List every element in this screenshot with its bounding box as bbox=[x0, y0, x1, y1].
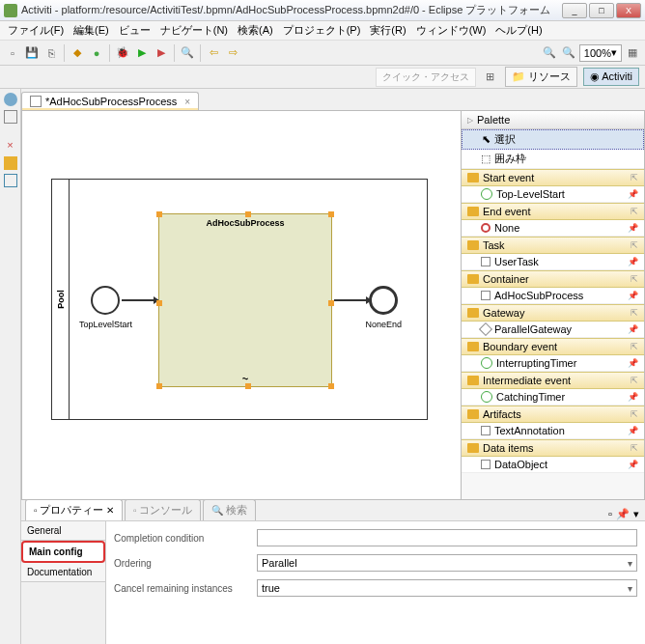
maximize-button[interactable]: □ bbox=[589, 3, 614, 18]
view-menu-icon[interactable]: ▫ bbox=[608, 508, 612, 520]
ordering-label: Ordering bbox=[114, 558, 249, 569]
run-icon[interactable]: ▶ bbox=[133, 44, 151, 62]
cancel-combo[interactable]: true bbox=[257, 579, 637, 597]
save-all-icon[interactable]: ⎘ bbox=[42, 44, 60, 62]
nav-back-icon[interactable]: ⇦ bbox=[205, 44, 222, 62]
palette-cat-gateway[interactable]: Gateway⇱ bbox=[462, 304, 644, 322]
palette-item[interactable]: AdHocSubProcess📌 bbox=[462, 288, 644, 304]
menu-file[interactable]: ファイル(F) bbox=[4, 21, 68, 40]
adhoc-subprocess[interactable]: AdHocSubProcess ~ bbox=[158, 213, 332, 387]
menu-edit[interactable]: 編集(E) bbox=[70, 21, 113, 40]
resize-handle[interactable] bbox=[328, 211, 334, 217]
grid-icon[interactable]: ▦ bbox=[624, 44, 641, 62]
window-title: Activiti - platform:/resource/ActivitiTe… bbox=[21, 3, 562, 17]
palette-cat-boundary[interactable]: Boundary event⇱ bbox=[462, 338, 644, 355]
resize-handle[interactable] bbox=[328, 383, 334, 389]
tab-console[interactable]: ▫ コンソール bbox=[125, 499, 201, 520]
zoom-combo[interactable]: 100% ▾ bbox=[579, 44, 622, 62]
outline-icon[interactable] bbox=[4, 93, 17, 106]
resize-handle[interactable] bbox=[156, 211, 162, 217]
minimize-button[interactable]: _ bbox=[562, 3, 587, 18]
pool[interactable]: Pool TopLevelStart AdHocSubProcess ~ bbox=[51, 179, 428, 420]
view-icon[interactable] bbox=[4, 110, 17, 124]
end-event[interactable] bbox=[369, 286, 398, 315]
property-tabs: General Main config Documentation bbox=[21, 521, 106, 644]
palette-cat-artifacts[interactable]: Artifacts⇱ bbox=[462, 406, 644, 423]
view-icon[interactable]: × bbox=[4, 139, 17, 153]
menubar: ファイル(F) 編集(E) ビュー ナビゲート(N) 検索(A) プロジェクト(… bbox=[0, 21, 645, 41]
menu-navigate[interactable]: ナビゲート(N) bbox=[156, 21, 232, 40]
zoom-in-icon[interactable]: 🔍 bbox=[560, 44, 577, 62]
palette-cat-task[interactable]: Task⇱ bbox=[462, 237, 644, 254]
start-event[interactable] bbox=[91, 286, 120, 315]
new-icon[interactable]: ▫ bbox=[4, 44, 21, 62]
tool-icon[interactable]: ● bbox=[88, 44, 105, 62]
perspective-activiti[interactable]: ◉ Activiti bbox=[583, 68, 639, 86]
menu-run[interactable]: 実行(R) bbox=[366, 21, 409, 40]
palette-marquee-tool[interactable]: ⬚ 囲み枠 bbox=[462, 150, 644, 169]
tool-icon[interactable]: ◆ bbox=[69, 44, 86, 62]
close-button[interactable]: X bbox=[616, 3, 641, 18]
app-icon bbox=[4, 4, 17, 17]
menu-search[interactable]: 検索(A) bbox=[234, 21, 277, 40]
ext-tools-icon[interactable]: ▶ bbox=[153, 44, 170, 62]
sequence-flow[interactable] bbox=[122, 299, 158, 301]
palette-item[interactable]: Top-LevelStart📌 bbox=[462, 186, 644, 203]
editor-tabs: *AdHocSubProcessProcess × bbox=[21, 89, 645, 110]
palette-item[interactable]: TextAnnotation📌 bbox=[462, 423, 644, 439]
tab-properties[interactable]: ▫ プロパティー ✕ bbox=[25, 499, 123, 520]
quick-access[interactable]: クイック・アクセス bbox=[376, 68, 476, 87]
pin-icon[interactable]: 📌 bbox=[616, 508, 630, 520]
palette-item[interactable]: CatchingTimer📌 bbox=[462, 389, 644, 406]
palette-item[interactable]: DataObject📌 bbox=[462, 457, 644, 473]
bottom-panel: ▫ プロパティー ✕ ▫ コンソール 🔍 検索 ▫ 📌 ▾ General Ma… bbox=[21, 499, 645, 644]
palette-cat-start-event[interactable]: Start event⇱ bbox=[462, 169, 644, 186]
completion-input[interactable] bbox=[257, 529, 637, 546]
ordering-combo[interactable]: Parallel bbox=[257, 554, 637, 572]
close-tab-icon[interactable]: × bbox=[184, 97, 190, 107]
palette-item[interactable]: InterruptingTimer📌 bbox=[462, 355, 644, 372]
save-icon[interactable]: 💾 bbox=[23, 44, 41, 62]
menu-help[interactable]: ヘルプ(H) bbox=[491, 21, 546, 40]
menu-window[interactable]: ウィンドウ(W) bbox=[412, 21, 491, 40]
search-icon[interactable]: 🔍 bbox=[179, 44, 196, 62]
editor-tab[interactable]: *AdHocSubProcessProcess × bbox=[21, 92, 199, 110]
view-icon[interactable] bbox=[4, 174, 17, 187]
menu-view[interactable]: ビュー bbox=[115, 21, 154, 40]
tab-search[interactable]: 🔍 検索 bbox=[203, 499, 256, 520]
palette-item[interactable]: None📌 bbox=[462, 220, 644, 237]
property-form: Completion condition Ordering Parallel C… bbox=[106, 521, 645, 644]
debug-icon[interactable]: 🐞 bbox=[114, 44, 131, 62]
zoom-out-icon[interactable]: 🔍 bbox=[541, 44, 558, 62]
view-icon[interactable] bbox=[4, 156, 17, 170]
resize-handle[interactable] bbox=[156, 300, 162, 306]
left-trim: × bbox=[0, 89, 21, 644]
palette-item[interactable]: ParallelGateway📌 bbox=[462, 322, 644, 338]
palette-item[interactable]: UserTask📌 bbox=[462, 254, 644, 270]
palette-cat-intermediate[interactable]: Intermediate event⇱ bbox=[462, 372, 644, 389]
subprocess-label: AdHocSubProcess bbox=[159, 218, 331, 228]
completion-label: Completion condition bbox=[114, 533, 249, 544]
prop-tab-documentation[interactable]: Documentation bbox=[21, 563, 105, 582]
menu-project[interactable]: プロジェクト(P) bbox=[279, 21, 365, 40]
minimize-view-icon[interactable]: ▾ bbox=[633, 508, 639, 520]
palette-cat-end-event[interactable]: End event⇱ bbox=[462, 203, 644, 220]
prop-tab-general[interactable]: General bbox=[21, 521, 105, 541]
end-event-label: NoneEnd bbox=[365, 320, 402, 329]
editor-tab-label: *AdHocSubProcessProcess bbox=[45, 96, 177, 107]
sequence-flow[interactable] bbox=[334, 299, 371, 301]
open-perspective-icon[interactable]: ⊞ bbox=[482, 69, 499, 86]
nav-fwd-icon[interactable]: ⇨ bbox=[224, 44, 241, 62]
palette-cat-container[interactable]: Container⇱ bbox=[462, 270, 644, 288]
bottom-tabs: ▫ プロパティー ✕ ▫ コンソール 🔍 検索 ▫ 📌 ▾ bbox=[21, 500, 645, 521]
palette-cat-data[interactable]: Data items⇱ bbox=[462, 439, 644, 457]
palette-select-tool[interactable]: ⬉ 選択 bbox=[462, 129, 644, 150]
resize-handle[interactable] bbox=[156, 383, 162, 389]
bpmn-file-icon bbox=[30, 96, 42, 107]
palette-header[interactable]: Palette bbox=[462, 111, 644, 129]
resize-handle[interactable] bbox=[245, 211, 251, 217]
main-toolbar: ▫ 💾 ⎘ ◆ ● 🐞 ▶ ▶ 🔍 ⇦ ⇨ 🔍 🔍 100% ▾ ▦ bbox=[0, 41, 645, 66]
prop-tab-main-config[interactable]: Main config bbox=[21, 541, 105, 563]
resize-handle[interactable] bbox=[245, 383, 251, 389]
perspective-resource[interactable]: 📁 リソース bbox=[505, 67, 577, 87]
